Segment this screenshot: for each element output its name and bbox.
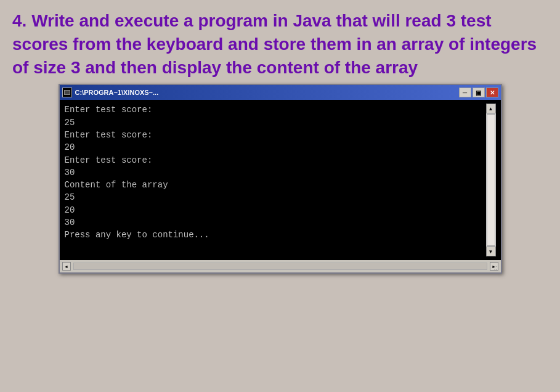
- scroll-down-arrow[interactable]: ▼: [486, 247, 496, 256]
- cmd-titlebar: C:\PROGRA~1\XINOXS~... ─ ▣ ✕: [60, 85, 501, 100]
- scrollbar-thumb[interactable]: [487, 114, 495, 246]
- cmd-title-text: C:\PROGRA~1\XINOXS~...: [75, 89, 159, 96]
- cmd-statusbar: ◄ ► ::: [60, 260, 501, 272]
- close-button[interactable]: ✕: [486, 88, 498, 97]
- vertical-scrollbar[interactable]: ▲ ▼: [486, 104, 496, 256]
- cmd-icon: [62, 88, 72, 97]
- cmd-window: C:\PROGRA~1\XINOXS~... ─ ▣ ✕ Enter test …: [59, 84, 502, 274]
- resize-handle[interactable]: ::: [492, 264, 500, 271]
- scroll-left-arrow[interactable]: ◄: [62, 262, 71, 271]
- cmd-body: Enter test score: 25 Enter test score: 2…: [60, 100, 501, 260]
- scroll-up-arrow[interactable]: ▲: [486, 104, 496, 113]
- cmd-buttons: ─ ▣ ✕: [459, 88, 498, 97]
- question-text: 4. Write and execute a program in Java t…: [12, 6, 548, 79]
- terminal-output: Enter test score: 25 Enter test score: 2…: [65, 104, 486, 256]
- restore-button[interactable]: ▣: [473, 88, 485, 97]
- horizontal-scrollbar-track[interactable]: [73, 263, 487, 270]
- page-container: 4. Write and execute a program in Java t…: [0, 0, 560, 392]
- minimize-button[interactable]: ─: [459, 88, 471, 97]
- cmd-icon-inner: [64, 90, 70, 95]
- cmd-title-left: C:\PROGRA~1\XINOXS~...: [62, 88, 159, 97]
